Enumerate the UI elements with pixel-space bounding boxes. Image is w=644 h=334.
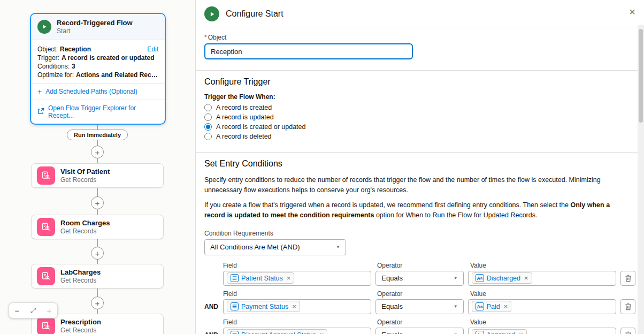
add-element-button[interactable]: + bbox=[91, 247, 104, 260]
column-labels: Field Operator Value bbox=[223, 290, 635, 298]
remove-pill-icon[interactable]: × bbox=[504, 303, 508, 310]
node-title: Room Charges bbox=[60, 219, 110, 227]
radio-label: A record is deleted bbox=[216, 133, 272, 140]
radio-option-record-deleted[interactable]: A record is deleted bbox=[204, 133, 635, 140]
edit-link[interactable]: Edit bbox=[147, 45, 158, 53]
remove-pill-icon[interactable]: × bbox=[524, 275, 528, 282]
condition-requirements-value: All Conditions Are Met (AND) bbox=[210, 243, 300, 251]
zoom-toolbar: − ⤢ + bbox=[9, 302, 58, 318]
start-play-icon bbox=[37, 20, 51, 34]
node-subtitle: Get Records bbox=[60, 277, 101, 284]
node-visit-of-patient[interactable]: Visit Of Patient Get Records bbox=[31, 163, 164, 188]
value-combobox[interactable]: Aa Discharged × bbox=[468, 271, 616, 286]
object-row: Object: Reception Edit bbox=[37, 45, 158, 53]
value-pill-label: Approved bbox=[487, 331, 516, 334]
expand-icon: ⤢ bbox=[30, 306, 36, 315]
object-value: Reception bbox=[60, 45, 91, 53]
add-element-button[interactable]: + bbox=[91, 146, 104, 158]
flow-canvas[interactable]: Record-Triggered Flow Start Object: Rece… bbox=[0, 0, 196, 334]
field-pill[interactable]: Discount Approval Status × bbox=[227, 329, 327, 334]
radio-option-record-created-or-updated[interactable]: A record is created or updated bbox=[204, 123, 635, 131]
vertical-scrollbar[interactable] bbox=[638, 25, 644, 334]
radio-icon[interactable] bbox=[204, 123, 212, 131]
condition-inputs-row: AND Payment Status × Equals ▼ bbox=[204, 299, 635, 314]
start-node[interactable]: Record-Triggered Flow Start Object: Rece… bbox=[30, 13, 166, 125]
operator-value: Equals bbox=[381, 302, 403, 310]
operator-value: Equals bbox=[381, 274, 403, 282]
condition-requirements-label: Condition Requirements bbox=[204, 230, 635, 237]
remove-pill-icon[interactable]: × bbox=[292, 303, 296, 310]
operator-select[interactable]: Equals ▼ bbox=[375, 271, 464, 286]
operator-select[interactable]: Equals ▼ bbox=[375, 328, 464, 334]
text-type-icon: Aa bbox=[476, 274, 484, 282]
value-pill[interactable]: Aa Discharged × bbox=[472, 272, 532, 284]
value-column-label: Value bbox=[470, 318, 620, 326]
start-node-body: Object: Reception Edit Trigger: A record… bbox=[31, 40, 165, 83]
field-pill-label: Discount Approval Status bbox=[241, 331, 316, 334]
delete-condition-button[interactable] bbox=[620, 299, 635, 314]
conditions-value: 3 bbox=[72, 63, 75, 70]
add-element-button[interactable]: + bbox=[91, 297, 104, 309]
condition-requirements-select[interactable]: All Conditions Are Met (AND) ▼ bbox=[204, 239, 346, 255]
expand-canvas-button[interactable]: ⤢ bbox=[25, 303, 41, 318]
operator-select[interactable]: Equals ▼ bbox=[375, 299, 464, 314]
remove-pill-icon[interactable]: × bbox=[287, 275, 291, 282]
remove-pill-icon[interactable]: × bbox=[320, 331, 324, 334]
radio-icon[interactable] bbox=[204, 113, 212, 121]
picklist-icon bbox=[231, 274, 239, 282]
close-panel-button[interactable]: × bbox=[629, 6, 635, 17]
entry-conditions-heading: Set Entry Conditions bbox=[204, 159, 635, 169]
open-flow-trigger-explorer-link[interactable]: Open Flow Trigger Explorer for Recept... bbox=[31, 100, 165, 124]
condition-row-2: Field Operator Value AND Payment Status … bbox=[204, 290, 635, 314]
picklist-icon bbox=[231, 331, 239, 334]
get-records-icon bbox=[37, 218, 55, 236]
zoom-in-button[interactable]: + bbox=[41, 303, 57, 318]
column-labels: Field Operator Value bbox=[223, 262, 635, 269]
trigger-group-label: Trigger the Flow When: bbox=[204, 93, 635, 101]
radio-option-record-created[interactable]: A record is created bbox=[204, 104, 635, 111]
column-labels: Field Operator Value bbox=[223, 318, 635, 326]
field-pill[interactable]: Payment Status × bbox=[227, 301, 300, 312]
add-scheduled-paths-label: Add Scheduled Paths (Optional) bbox=[45, 88, 137, 95]
value-pill[interactable]: Aa Paid × bbox=[472, 301, 512, 312]
field-combobox[interactable]: Payment Status × bbox=[223, 299, 371, 314]
and-label: AND bbox=[204, 303, 219, 310]
remove-pill-icon[interactable]: × bbox=[519, 331, 523, 334]
condition-row-1: Field Operator Value Patient Status × bbox=[204, 262, 635, 286]
delete-condition-button[interactable] bbox=[620, 328, 635, 334]
plus-icon: + bbox=[95, 249, 100, 258]
node-room-charges[interactable]: Room Charges Get Records bbox=[31, 215, 164, 239]
start-node-subtitle: Start bbox=[57, 27, 133, 35]
node-labcharges[interactable]: LabCharges Get Records bbox=[31, 264, 164, 289]
conditions-label: Conditions: bbox=[37, 63, 70, 70]
get-records-icon bbox=[37, 317, 55, 334]
scrollbar-thumb[interactable] bbox=[639, 29, 643, 123]
trash-icon bbox=[625, 303, 632, 310]
radio-option-record-updated[interactable]: A record is updated bbox=[204, 113, 635, 121]
value-column-label: Value bbox=[470, 290, 620, 298]
value-pill[interactable]: Aa Approved × bbox=[472, 329, 527, 334]
get-records-icon bbox=[37, 166, 55, 185]
object-input[interactable] bbox=[204, 43, 413, 59]
node-title: Prescription bbox=[60, 318, 101, 327]
value-combobox[interactable]: Aa Approved × bbox=[468, 328, 616, 334]
trigger-value: A record is created or updated bbox=[62, 54, 155, 62]
value-column-label: Value bbox=[470, 262, 620, 269]
field-combobox[interactable]: Discount Approval Status × bbox=[223, 328, 371, 334]
delete-condition-button[interactable] bbox=[620, 271, 635, 286]
operator-column-label: Operator bbox=[377, 262, 466, 269]
radio-icon[interactable] bbox=[204, 104, 212, 111]
radio-icon[interactable] bbox=[204, 133, 212, 140]
field-column-label: Field bbox=[223, 318, 373, 326]
start-node-header[interactable]: Record-Triggered Flow Start bbox=[31, 14, 165, 40]
add-element-button[interactable]: + bbox=[91, 196, 104, 209]
operator-column-label: Operator bbox=[377, 290, 466, 298]
field-pill[interactable]: Patient Status × bbox=[227, 272, 294, 284]
trigger-label: Trigger: bbox=[37, 54, 59, 62]
node-subtitle: Get Records bbox=[60, 176, 110, 184]
field-combobox[interactable]: Patient Status × bbox=[223, 271, 371, 286]
zoom-out-button[interactable]: − bbox=[9, 303, 25, 318]
configure-start-panel: Configure Start × *Object Configure Trig… bbox=[196, 0, 644, 334]
add-scheduled-paths-link[interactable]: + Add Scheduled Paths (Optional) bbox=[31, 83, 165, 100]
value-combobox[interactable]: Aa Paid × bbox=[468, 299, 616, 314]
